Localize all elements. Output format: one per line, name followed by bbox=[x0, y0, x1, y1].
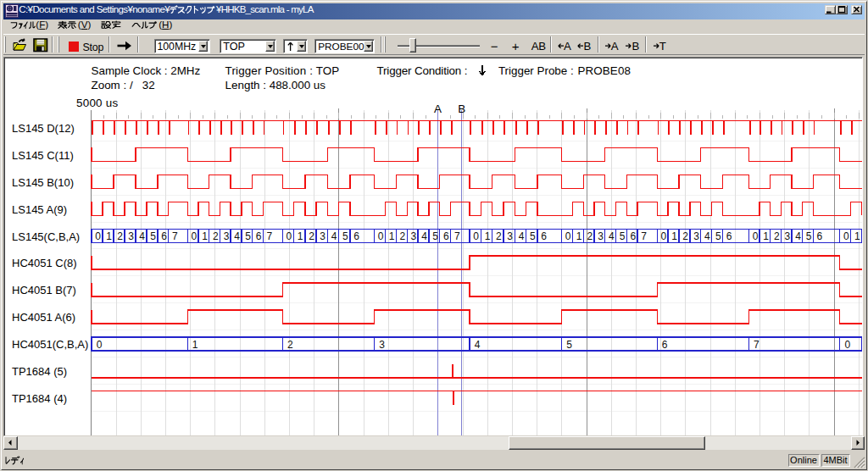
svg-text:1: 1 bbox=[389, 230, 395, 242]
svg-text:2: 2 bbox=[287, 339, 293, 351]
svg-text:4: 4 bbox=[519, 230, 525, 242]
svg-text:1: 1 bbox=[202, 230, 208, 242]
svg-text:0: 0 bbox=[565, 230, 571, 242]
svg-text:LS145(C,B,A): LS145(C,B,A) bbox=[12, 230, 80, 243]
svg-text:Trigger Position : TOP: Trigger Position : TOP bbox=[225, 64, 340, 77]
svg-text:Trigger Condition :: Trigger Condition : bbox=[377, 64, 468, 77]
svg-text:HC4051 B(7): HC4051 B(7) bbox=[12, 284, 76, 296]
svg-text:TP1684 (4): TP1684 (4) bbox=[12, 392, 67, 405]
svg-text:5: 5 bbox=[715, 230, 721, 242]
svg-text:6: 6 bbox=[161, 230, 167, 242]
svg-text:7: 7 bbox=[641, 230, 647, 242]
svg-text:1: 1 bbox=[671, 230, 677, 242]
svg-text:3: 3 bbox=[224, 230, 230, 242]
svg-text:0: 0 bbox=[191, 230, 197, 242]
svg-text:0: 0 bbox=[844, 339, 850, 351]
svg-text:B: B bbox=[458, 103, 465, 115]
svg-text:Length : 488.000 us: Length : 488.000 us bbox=[225, 79, 326, 91]
svg-text:0: 0 bbox=[378, 230, 384, 242]
svg-text:3: 3 bbox=[598, 230, 604, 242]
svg-text:0: 0 bbox=[287, 230, 292, 242]
svg-text:LS145 D(12): LS145 D(12) bbox=[12, 122, 75, 135]
svg-text:1: 1 bbox=[485, 230, 491, 242]
svg-text:6: 6 bbox=[662, 339, 668, 351]
svg-text:2: 2 bbox=[213, 230, 219, 242]
svg-text:6: 6 bbox=[541, 230, 547, 242]
svg-text:TP1684 (5): TP1684 (5) bbox=[12, 365, 67, 378]
svg-text:0: 0 bbox=[97, 339, 103, 351]
svg-text:2: 2 bbox=[774, 230, 780, 242]
svg-text:4: 4 bbox=[421, 230, 427, 242]
svg-text:1: 1 bbox=[298, 230, 303, 242]
svg-text:5: 5 bbox=[566, 339, 572, 351]
svg-text:5: 5 bbox=[432, 230, 438, 242]
svg-text:7: 7 bbox=[754, 339, 760, 351]
svg-text:4: 4 bbox=[795, 230, 801, 242]
svg-text:HC4051(C,B,A): HC4051(C,B,A) bbox=[12, 338, 88, 351]
svg-text:4: 4 bbox=[139, 230, 145, 242]
svg-text:4: 4 bbox=[331, 230, 337, 242]
svg-text:5: 5 bbox=[150, 230, 156, 242]
svg-text:6: 6 bbox=[443, 230, 449, 242]
svg-text:2: 2 bbox=[682, 230, 688, 242]
svg-text:2: 2 bbox=[309, 230, 314, 242]
svg-text:2: 2 bbox=[496, 230, 502, 242]
svg-text:1: 1 bbox=[106, 230, 112, 242]
svg-text:1: 1 bbox=[854, 230, 860, 242]
svg-text:6: 6 bbox=[353, 230, 359, 242]
svg-text:5: 5 bbox=[806, 230, 812, 242]
svg-text:3: 3 bbox=[693, 230, 699, 242]
svg-text:3: 3 bbox=[785, 230, 791, 242]
svg-text:5000 us: 5000 us bbox=[76, 97, 118, 109]
svg-text:1: 1 bbox=[192, 339, 198, 351]
svg-text:7: 7 bbox=[172, 230, 178, 242]
svg-text:5: 5 bbox=[342, 230, 348, 242]
svg-text:6: 6 bbox=[816, 230, 822, 242]
svg-text:6: 6 bbox=[631, 230, 637, 242]
svg-text:5: 5 bbox=[245, 230, 251, 242]
svg-text:Zoom : / 32: Zoom : / 32 bbox=[92, 79, 155, 91]
svg-text:6: 6 bbox=[726, 230, 732, 242]
svg-text:LS145 A(9): LS145 A(9) bbox=[12, 203, 67, 216]
svg-text:7: 7 bbox=[454, 230, 460, 242]
svg-text:4: 4 bbox=[234, 230, 240, 242]
svg-text:3: 3 bbox=[320, 230, 326, 242]
svg-text:PROBE08: PROBE08 bbox=[578, 64, 631, 77]
svg-text:Trigger Probe :: Trigger Probe : bbox=[498, 64, 574, 77]
svg-text:HC4051 C(8): HC4051 C(8) bbox=[12, 257, 77, 269]
svg-text:4: 4 bbox=[475, 339, 481, 351]
svg-text:0: 0 bbox=[843, 230, 849, 242]
svg-text:0: 0 bbox=[473, 230, 479, 242]
svg-text:6: 6 bbox=[256, 230, 262, 242]
svg-text:4: 4 bbox=[609, 230, 615, 242]
svg-text:0: 0 bbox=[753, 230, 759, 242]
svg-text:C:¥Documents and Settings¥nona: C:¥Documents and Settings¥noname¥ bbox=[19, 4, 170, 14]
svg-text:3: 3 bbox=[128, 230, 134, 242]
svg-text:LS145 C(11): LS145 C(11) bbox=[12, 149, 74, 162]
svg-text:HC4051 A(6): HC4051 A(6) bbox=[12, 311, 75, 324]
svg-text:¥HHKB_scan.mla - myLA: ¥HHKB_scan.mla - myLA bbox=[215, 4, 314, 14]
svg-text:2: 2 bbox=[400, 230, 406, 242]
svg-text:5: 5 bbox=[620, 230, 626, 242]
svg-text:3: 3 bbox=[507, 230, 513, 242]
svg-text:0: 0 bbox=[95, 230, 101, 242]
svg-text:3: 3 bbox=[379, 339, 385, 351]
svg-text:A: A bbox=[434, 103, 442, 115]
svg-text:4: 4 bbox=[704, 230, 710, 242]
svg-text:7: 7 bbox=[267, 230, 273, 242]
svg-text:2: 2 bbox=[117, 230, 123, 242]
svg-text:Sample Clock : 2MHz: Sample Clock : 2MHz bbox=[92, 64, 201, 77]
svg-text:1: 1 bbox=[763, 230, 769, 242]
svg-text:LS145 B(10): LS145 B(10) bbox=[12, 176, 74, 189]
svg-text:5: 5 bbox=[530, 230, 536, 242]
svg-text:3: 3 bbox=[410, 230, 416, 242]
svg-text:0: 0 bbox=[660, 230, 666, 242]
svg-text:2: 2 bbox=[587, 230, 593, 242]
svg-text:1: 1 bbox=[576, 230, 582, 242]
